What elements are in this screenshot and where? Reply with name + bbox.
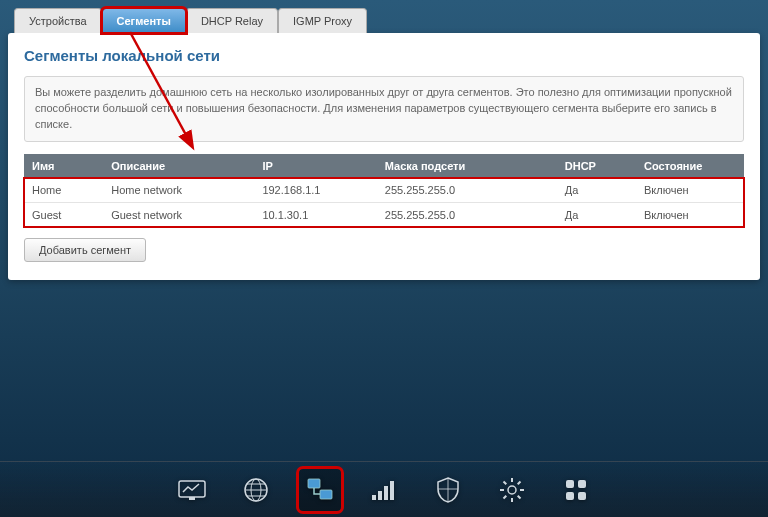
svg-point-14: [508, 486, 516, 494]
svg-rect-24: [578, 480, 586, 488]
cell-name: Guest: [24, 202, 103, 227]
header-dhcp: DHCP: [557, 154, 636, 178]
cell-dhcp: Да: [557, 178, 636, 203]
header-state: Состояние: [636, 154, 744, 178]
cell-dhcp: Да: [557, 202, 636, 227]
table-header-row: Имя Описание IP Маска подсети DHCP Состо…: [24, 154, 744, 178]
add-segment-button[interactable]: Добавить сегмент: [24, 238, 146, 262]
svg-line-22: [518, 481, 521, 484]
tab-devices[interactable]: Устройства: [14, 8, 102, 33]
dock-network-icon[interactable]: [299, 469, 341, 511]
segments-table: Имя Описание IP Маска подсети DHCP Состо…: [24, 154, 744, 228]
svg-line-19: [504, 481, 507, 484]
svg-rect-11: [378, 491, 382, 500]
panel-description: Вы можете разделить домашнюю сеть на нес…: [24, 76, 744, 142]
header-ip: IP: [254, 154, 376, 178]
header-mask: Маска подсети: [377, 154, 557, 178]
svg-rect-8: [308, 479, 320, 488]
cell-ip: 10.1.30.1: [254, 202, 376, 227]
svg-rect-25: [566, 492, 574, 500]
cell-state: Включен: [636, 202, 744, 227]
cell-ip: 192.168.1.1: [254, 178, 376, 203]
tab-bar: Устройства Сегменты DHCP Relay IGMP Prox…: [14, 8, 760, 33]
dock-apps-icon[interactable]: [555, 469, 597, 511]
dock-signal-icon[interactable]: [363, 469, 405, 511]
table-body: Home Home network 192.168.1.1 255.255.25…: [24, 178, 744, 228]
cell-mask: 255.255.255.0: [377, 202, 557, 227]
tab-segments[interactable]: Сегменты: [102, 8, 186, 33]
svg-rect-2: [189, 497, 195, 500]
svg-rect-12: [384, 486, 388, 500]
svg-rect-26: [578, 492, 586, 500]
tab-dhcp-relay[interactable]: DHCP Relay: [186, 8, 278, 33]
table-row[interactable]: Home Home network 192.168.1.1 255.255.25…: [24, 178, 744, 203]
header-description: Описание: [103, 154, 254, 178]
svg-line-21: [504, 495, 507, 498]
cell-mask: 255.255.255.0: [377, 178, 557, 203]
dock-globe-icon[interactable]: [235, 469, 277, 511]
cell-desc: Home network: [103, 178, 254, 203]
dock-shield-icon[interactable]: [427, 469, 469, 511]
svg-rect-10: [372, 495, 376, 500]
dock: [0, 461, 768, 517]
svg-line-20: [518, 495, 521, 498]
svg-rect-13: [390, 481, 394, 500]
cell-name: Home: [24, 178, 103, 203]
dock-monitor-icon[interactable]: [171, 469, 213, 511]
tab-igmp-proxy[interactable]: IGMP Proxy: [278, 8, 367, 33]
svg-rect-9: [320, 490, 332, 499]
table-row[interactable]: Guest Guest network 10.1.30.1 255.255.25…: [24, 202, 744, 227]
panel-title: Сегменты локальной сети: [24, 47, 744, 64]
svg-rect-23: [566, 480, 574, 488]
segments-panel: Сегменты локальной сети Вы можете раздел…: [8, 33, 760, 280]
header-name: Имя: [24, 154, 103, 178]
cell-state: Включен: [636, 178, 744, 203]
svg-rect-1: [179, 481, 205, 497]
cell-desc: Guest network: [103, 202, 254, 227]
dock-gear-icon[interactable]: [491, 469, 533, 511]
